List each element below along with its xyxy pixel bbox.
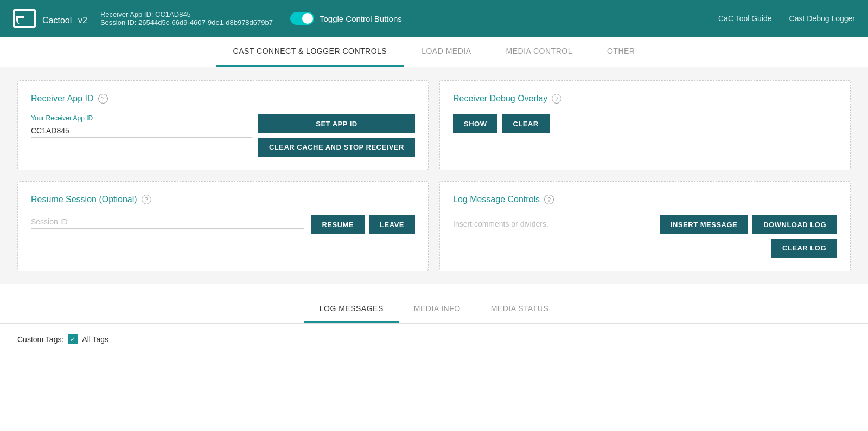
- cac-tool-guide-link[interactable]: CaC Tool Guide: [718, 14, 772, 23]
- content-area: Receiver App ID ? Your Receiver App ID S…: [0, 67, 868, 284]
- logo-text: Cactool v2: [42, 10, 87, 27]
- session-id-input-group: [31, 215, 304, 229]
- header-info: Receiver App ID: CC1AD845 Session ID: 26…: [100, 10, 273, 27]
- download-log-button[interactable]: DOWNLOAD LOG: [752, 215, 837, 234]
- tab-media-control[interactable]: MEDIA CONTROL: [489, 37, 590, 67]
- card-grid: Receiver App ID ? Your Receiver App ID S…: [17, 80, 851, 271]
- logo-name: Cactool: [42, 16, 72, 25]
- log-tab-media-status[interactable]: MEDIA STATUS: [476, 295, 564, 323]
- log-message-controls-title: Log Message Controls ?: [453, 195, 837, 204]
- log-content: Custom Tags: All Tags: [0, 324, 868, 355]
- receiver-app-id-body: Your Receiver App ID SET APP ID CLEAR CA…: [31, 114, 415, 157]
- receiver-debug-overlay-title: Receiver Debug Overlay ?: [453, 94, 837, 104]
- resume-session-title: Resume Session (Optional) ?: [31, 195, 415, 204]
- insert-message-button[interactable]: INSERT MESSAGE: [660, 215, 748, 234]
- resume-session-title-text: Resume Session (Optional): [31, 195, 137, 204]
- log-message-controls-card: Log Message Controls ? INSERT MESSAGE DO…: [439, 181, 851, 271]
- log-buttons-row1: INSERT MESSAGE DOWNLOAD LOG: [660, 215, 837, 234]
- receiver-app-id-input[interactable]: [31, 124, 252, 138]
- receiver-app-id-header: Receiver App ID: CC1AD845: [100, 10, 273, 18]
- log-message-controls-help-icon[interactable]: ?: [544, 195, 554, 204]
- receiver-debug-overlay-title-text: Receiver Debug Overlay: [453, 94, 547, 104]
- set-app-id-button[interactable]: SET APP ID: [258, 114, 415, 133]
- resume-session-body: RESUME LEAVE: [31, 215, 415, 234]
- tab-other[interactable]: OTHER: [590, 37, 653, 67]
- all-tags-label: All Tags: [82, 335, 108, 344]
- show-overlay-button[interactable]: SHOW: [453, 114, 497, 133]
- header-nav: CaC Tool Guide Cast Debug Logger: [718, 14, 855, 23]
- cast-debug-logger-link[interactable]: Cast Debug Logger: [789, 14, 855, 23]
- toggle-label: Toggle Control Buttons: [320, 14, 402, 23]
- toggle-control-buttons[interactable]: [290, 12, 314, 25]
- all-tags-checkbox[interactable]: [68, 334, 78, 344]
- receiver-app-id-input-label: Your Receiver App ID: [31, 114, 252, 122]
- custom-tags-label: Custom Tags:: [17, 335, 63, 344]
- resume-button[interactable]: RESUME: [311, 215, 365, 234]
- top-tab-nav: CAST CONNECT & LOGGER CONTROLS LOAD MEDI…: [0, 37, 868, 67]
- receiver-debug-overlay-help-icon[interactable]: ?: [552, 94, 561, 104]
- session-id-input[interactable]: [31, 215, 304, 229]
- session-id-header: Session ID: 26544d5c-66d9-4607-9de1-d8b9…: [100, 18, 273, 27]
- receiver-app-id-card: Receiver App ID ? Your Receiver App ID S…: [17, 80, 429, 170]
- clear-overlay-button[interactable]: CLEAR: [502, 114, 549, 133]
- leave-button[interactable]: LEAVE: [369, 215, 415, 234]
- resume-session-card: Resume Session (Optional) ? RESUME LEAVE: [17, 181, 429, 271]
- resume-session-buttons: RESUME LEAVE: [311, 215, 415, 234]
- clear-log-button[interactable]: CLEAR LOG: [771, 239, 837, 258]
- cast-logo-icon: [13, 9, 36, 28]
- log-tab-messages[interactable]: LOG MESSAGES: [304, 295, 399, 323]
- receiver-app-id-title: Receiver App ID ?: [31, 94, 415, 104]
- custom-tags-row: Custom Tags: All Tags: [17, 334, 851, 344]
- log-message-controls-title-text: Log Message Controls: [453, 195, 540, 204]
- tab-load-media[interactable]: LOAD MEDIA: [404, 37, 488, 67]
- logo-section: Cactool v2: [13, 9, 87, 28]
- receiver-debug-overlay-buttons: SHOW CLEAR: [453, 114, 837, 133]
- toggle-section: Toggle Control Buttons: [290, 12, 402, 25]
- main-content: CAST CONNECT & LOGGER CONTROLS LOAD MEDI…: [0, 37, 868, 431]
- receiver-app-id-input-group: Your Receiver App ID: [31, 114, 252, 138]
- receiver-app-id-buttons: SET APP ID CLEAR CACHE AND STOP RECEIVER: [258, 114, 415, 157]
- log-section: LOG MESSAGES MEDIA INFO MEDIA STATUS Cus…: [0, 295, 868, 355]
- app-header: Cactool v2 Receiver App ID: CC1AD845 Ses…: [0, 0, 868, 37]
- log-message-input-group: [453, 215, 653, 233]
- receiver-debug-overlay-card: Receiver Debug Overlay ? SHOW CLEAR: [439, 80, 851, 170]
- log-message-controls-body: INSERT MESSAGE DOWNLOAD LOG CLEAR LOG: [453, 215, 837, 258]
- receiver-app-id-title-text: Receiver App ID: [31, 94, 94, 104]
- log-tab-nav: LOG MESSAGES MEDIA INFO MEDIA STATUS: [0, 295, 868, 324]
- clear-cache-button[interactable]: CLEAR CACHE AND STOP RECEIVER: [258, 138, 415, 157]
- log-message-input[interactable]: [453, 215, 548, 233]
- log-tab-media-info[interactable]: MEDIA INFO: [399, 295, 476, 323]
- logo-version: v2: [78, 16, 87, 25]
- receiver-app-id-help-icon[interactable]: ?: [98, 94, 108, 104]
- log-message-buttons: INSERT MESSAGE DOWNLOAD LOG CLEAR LOG: [660, 215, 837, 258]
- resume-session-help-icon[interactable]: ?: [142, 195, 151, 204]
- tab-cast-connect[interactable]: CAST CONNECT & LOGGER CONTROLS: [216, 37, 405, 67]
